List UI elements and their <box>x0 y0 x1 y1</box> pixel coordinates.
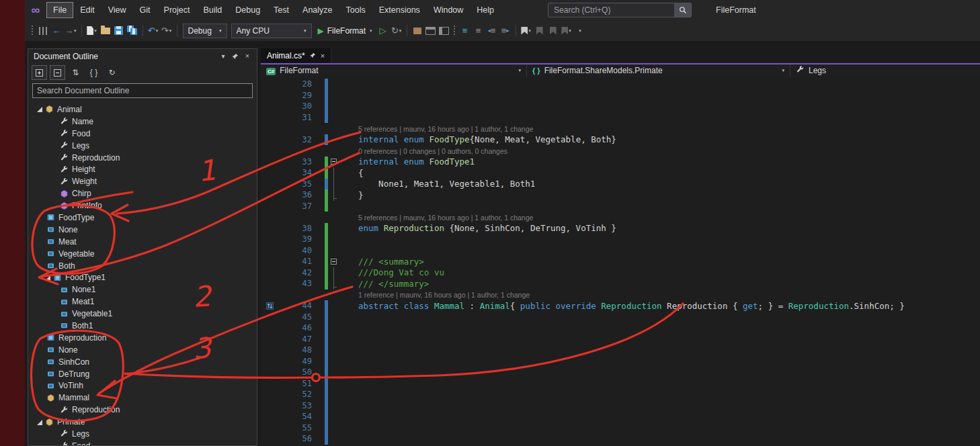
menu-git[interactable]: Git <box>133 2 157 18</box>
start-without-debugging-button[interactable]: ▷ <box>376 23 390 39</box>
column-guides-icon[interactable] <box>36 23 50 39</box>
pin-icon[interactable] <box>229 53 241 60</box>
outline-item[interactable]: Food <box>28 128 257 140</box>
outline-item[interactable]: FoodType <box>28 212 257 224</box>
pin-icon[interactable] <box>310 51 316 60</box>
fold-collapse-box[interactable] <box>331 159 337 165</box>
outline-item[interactable]: None1 <box>28 283 257 296</box>
codelens-info[interactable]: 5 references | maunv, 16 hours ago | 1 a… <box>358 125 533 133</box>
outline-item[interactable]: Mammal <box>28 392 257 404</box>
save-all-button[interactable] <box>126 23 139 39</box>
expander-icon[interactable] <box>43 273 52 282</box>
navigate-back-button[interactable]: ← <box>50 23 63 39</box>
close-icon[interactable]: × <box>321 52 325 60</box>
collapse-all-icon[interactable] <box>50 65 65 80</box>
package-manager-icon[interactable] <box>411 23 424 39</box>
outline-item[interactable]: FoodType1 <box>28 271 257 283</box>
outline-item[interactable]: Both1 <box>28 320 257 332</box>
outline-item[interactable]: Reproduction <box>28 152 257 164</box>
outline-item[interactable]: Primate <box>28 416 257 428</box>
split-window-icon[interactable] <box>438 23 451 39</box>
outline-item[interactable]: DeTrung <box>28 368 257 380</box>
outline-item[interactable]: Weight <box>28 175 257 187</box>
menu-build[interactable]: Build <box>196 2 229 18</box>
breadcrumb-label: FileFormat.ShareModels.Primate <box>544 66 663 75</box>
outline-item[interactable]: Animal <box>28 103 257 116</box>
codelens-info[interactable]: 1 reference | maunv, 16 hours ago | 1 au… <box>358 291 530 299</box>
outline-item[interactable]: Food <box>28 440 257 445</box>
breadcrumb-item[interactable]: C#FileFormat▾ <box>261 64 527 77</box>
menu-project[interactable]: Project <box>157 2 197 18</box>
previous-bookmark-button[interactable] <box>533 23 546 39</box>
group-members-icon[interactable]: { } <box>86 65 101 80</box>
outline-item[interactable]: Both <box>28 260 257 272</box>
breadcrumb-item[interactable]: Legs <box>790 64 980 77</box>
indent-increase-icon[interactable]: ≡▸ <box>499 23 512 39</box>
toolbar-overflow-button[interactable]: ▾ <box>573 23 587 39</box>
breadcrumb-item[interactable]: { }FileFormat.ShareModels.Primate▾ <box>527 64 790 77</box>
outline-item[interactable]: Height <box>28 163 257 175</box>
fold-collapse-box[interactable] <box>331 259 337 265</box>
outline-item[interactable]: PrintInfo <box>28 199 257 212</box>
close-icon[interactable]: × <box>241 52 253 60</box>
toolbar-grip[interactable] <box>31 25 34 36</box>
code-editor[interactable]: 282930315 references | maunv, 16 hours a… <box>261 77 980 446</box>
menu-analyze[interactable]: Analyze <box>296 2 339 18</box>
undo-button[interactable]: ↶▾ <box>147 23 160 39</box>
outline-item[interactable]: SinhCon <box>28 356 257 368</box>
outline-item[interactable]: Name <box>28 116 257 128</box>
format-document-icon[interactable]: ≡ <box>458 23 472 39</box>
toggle-bookmark-button[interactable]: ▾ <box>520 23 533 39</box>
indent-decrease-icon[interactable]: ◂≡ <box>485 23 499 39</box>
outline-item[interactable]: Meat <box>28 236 257 248</box>
next-bookmark-button[interactable] <box>546 23 560 39</box>
save-button[interactable] <box>112 23 126 39</box>
menu-file[interactable]: File <box>46 2 73 18</box>
outline-item[interactable]: Chirp <box>28 187 257 199</box>
expander-icon[interactable] <box>35 105 44 114</box>
menu-view[interactable]: View <box>101 2 133 18</box>
expander-icon[interactable] <box>35 418 44 427</box>
hot-reload-button[interactable]: ↻▾ <box>390 23 403 39</box>
quick-search-input[interactable] <box>548 5 674 15</box>
clear-bookmarks-button[interactable]: ▾ <box>560 23 573 39</box>
solution-configuration-dropdown[interactable]: Debug▾ <box>183 24 227 38</box>
window-position-menu-icon[interactable]: ▾ <box>217 52 229 60</box>
outline-item[interactable]: Meat1 <box>28 296 257 308</box>
quick-search-box[interactable] <box>548 3 692 17</box>
outline-item[interactable]: Reproduction <box>28 404 257 416</box>
menu-debug[interactable]: Debug <box>229 2 267 18</box>
start-debugging-button[interactable]: ▶FileFormat▾ <box>314 26 376 36</box>
sync-with-editor-icon[interactable]: ↻ <box>104 65 120 80</box>
redo-button[interactable]: ↷▾ <box>160 23 173 39</box>
new-window-icon[interactable] <box>424 23 438 39</box>
comment-selection-icon[interactable]: ≡ <box>472 23 485 39</box>
codelens-info[interactable]: 0 references | 0 changes | 0 authors, 0 … <box>358 147 507 155</box>
menu-tools[interactable]: Tools <box>339 2 372 18</box>
new-file-button[interactable]: ▾ <box>85 23 99 39</box>
outline-item[interactable]: Legs <box>28 140 257 152</box>
outline-item[interactable]: VoTinh <box>28 380 257 392</box>
solution-platform-dropdown[interactable]: Any CPU▾ <box>231 24 312 38</box>
outline-item[interactable]: None <box>28 344 257 356</box>
search-icon[interactable] <box>674 3 691 17</box>
open-folder-button[interactable] <box>99 23 112 39</box>
menu-edit[interactable]: Edit <box>73 2 101 18</box>
outline-item[interactable]: Vegetable1 <box>28 308 257 320</box>
menu-extensions[interactable]: Extensions <box>372 2 427 18</box>
outline-search-input[interactable] <box>33 84 252 97</box>
toolbar-grip[interactable] <box>453 25 456 36</box>
outline-search-box[interactable] <box>32 83 253 98</box>
outline-item[interactable]: Legs <box>28 428 257 440</box>
menu-window[interactable]: Window <box>427 2 470 18</box>
outline-item[interactable]: Reproduction <box>28 332 257 344</box>
codelens-info[interactable]: 5 references | maunv, 16 hours ago | 1 a… <box>358 214 533 222</box>
menu-test[interactable]: Test <box>267 2 296 18</box>
expand-all-icon[interactable] <box>32 65 47 80</box>
sort-order-icon[interactable]: ⇅ <box>68 65 83 80</box>
menu-help[interactable]: Help <box>470 2 501 18</box>
outline-item[interactable]: Vegetable <box>28 248 257 260</box>
tab-animal-cs[interactable]: Animal.cs* × <box>261 48 331 63</box>
outline-item[interactable]: None <box>28 224 257 236</box>
navigate-forward-button[interactable]: →▾ <box>63 23 78 39</box>
